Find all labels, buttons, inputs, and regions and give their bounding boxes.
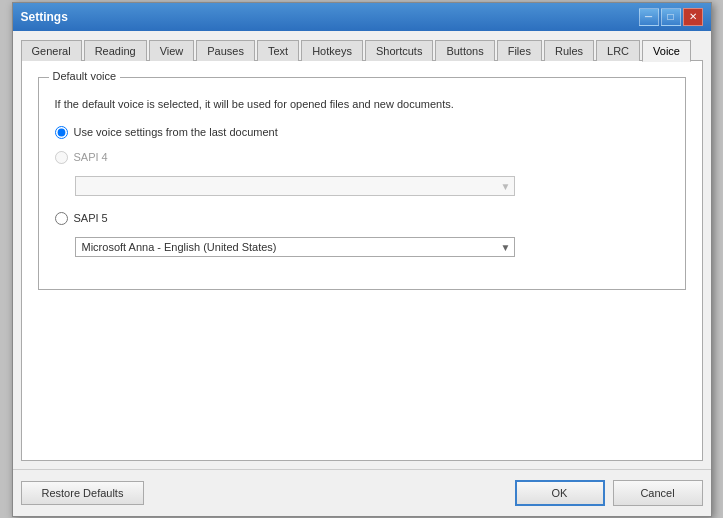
restore-defaults-button[interactable]: Restore Defaults [21,481,145,505]
tab-rules[interactable]: Rules [544,40,594,62]
sapi5-label: SAPI 5 [74,212,108,224]
voice-tab-content: SOFTPEDIA Default voice If the default v… [21,61,703,461]
tab-shortcuts[interactable]: Shortcuts [365,40,433,62]
tab-hotkeys[interactable]: Hotkeys [301,40,363,62]
sapi4-dropdown[interactable] [75,176,515,196]
info-text: If the default voice is selected, it wil… [55,98,669,110]
tab-pauses[interactable]: Pauses [196,40,255,62]
sapi5-radio[interactable] [55,212,68,225]
sapi5-dropdown[interactable]: Microsoft Anna - English (United States) [75,237,515,257]
ok-button[interactable]: OK [515,480,605,506]
window-title: Settings [21,10,68,24]
cancel-button[interactable]: Cancel [613,480,703,506]
tab-general[interactable]: General [21,40,82,62]
group-title: Default voice [49,70,121,82]
title-bar-controls: ─ □ ✕ [639,8,703,26]
window-body: General Reading View Pauses Text Hotkeys… [13,31,711,469]
maximize-button[interactable]: □ [661,8,681,26]
tab-files[interactable]: Files [497,40,542,62]
tab-view[interactable]: View [149,40,195,62]
minimize-button[interactable]: ─ [639,8,659,26]
tab-text[interactable]: Text [257,40,299,62]
tab-reading[interactable]: Reading [84,40,147,62]
sapi5-option: SAPI 5 [55,212,669,225]
sapi5-dropdown-container: Microsoft Anna - English (United States)… [75,237,669,257]
sapi4-option: SAPI 4 [55,151,669,164]
use-last-radio[interactable] [55,126,68,139]
sapi5-section: SAPI 5 Microsoft Anna - English (United … [55,212,669,257]
tab-lrc[interactable]: LRC [596,40,640,62]
sapi4-section: SAPI 4 ▼ [55,151,669,196]
sapi4-dropdown-wrapper: ▼ [75,176,515,196]
sapi4-dropdown-container: ▼ [75,176,669,196]
sapi5-dropdown-wrapper: Microsoft Anna - English (United States)… [75,237,515,257]
sapi4-label: SAPI 4 [74,151,108,163]
footer: Restore Defaults OK Cancel [13,469,711,516]
tab-buttons[interactable]: Buttons [435,40,494,62]
tab-voice[interactable]: Voice [642,40,691,62]
default-voice-group: Default voice If the default voice is se… [38,77,686,290]
close-button[interactable]: ✕ [683,8,703,26]
sapi4-radio[interactable] [55,151,68,164]
use-last-option: Use voice settings from the last documen… [55,126,669,139]
title-bar: Settings ─ □ ✕ [13,3,711,31]
settings-window: Settings ─ □ ✕ General Reading View Paus… [12,2,712,517]
tab-bar: General Reading View Pauses Text Hotkeys… [21,39,703,61]
use-last-label: Use voice settings from the last documen… [74,126,278,138]
